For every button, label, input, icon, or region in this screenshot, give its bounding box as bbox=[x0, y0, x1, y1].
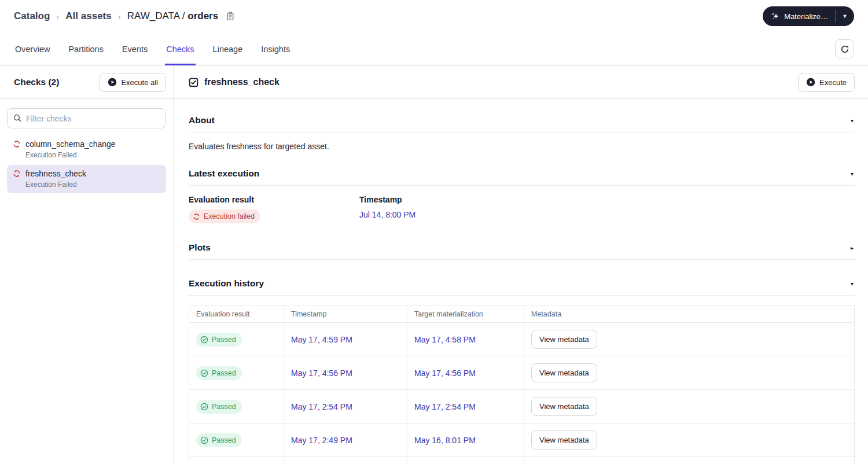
breadcrumb-chevron-icon bbox=[56, 12, 59, 21]
chevron-down-icon[interactable] bbox=[849, 279, 855, 288]
passed-badge: Passed bbox=[196, 433, 242, 447]
plots-section: Plots bbox=[189, 242, 855, 260]
timestamp-link[interactable]: May 17, 4:56 PM bbox=[291, 369, 352, 378]
tab-bar: OverviewPartitionsEventsChecksLineageIns… bbox=[0, 32, 868, 66]
check-circle-icon bbox=[200, 436, 208, 444]
execution-history-row: Passed May 17, 2:49 PM May 16, 8:01 PM V… bbox=[189, 424, 855, 457]
check-name: column_schema_change bbox=[25, 139, 116, 149]
materialize-dropdown-button[interactable] bbox=[836, 6, 854, 26]
filter-checks-wrap bbox=[7, 108, 166, 128]
refresh-button[interactable] bbox=[835, 39, 854, 58]
failed-refresh-icon bbox=[13, 170, 21, 178]
breadcrumb-catalog-link[interactable]: Catalog bbox=[14, 10, 50, 22]
target-materialization-link[interactable]: May 17, 4:56 PM bbox=[414, 369, 476, 378]
sidebar-check-item[interactable]: column_schema_change Execution Failed bbox=[7, 135, 166, 164]
top-header: Catalog All assets RAW_DATA / orders Mat… bbox=[0, 0, 868, 32]
execute-all-button[interactable]: Execute all bbox=[100, 73, 166, 92]
check-status: Execution Failed bbox=[25, 181, 160, 189]
breadcrumb-all-assets-link[interactable]: All assets bbox=[65, 10, 111, 22]
asset-name-label: orders bbox=[187, 10, 218, 21]
tab[interactable]: Events bbox=[121, 32, 149, 65]
materialize-split-button: Materialize… bbox=[763, 6, 854, 26]
passed-badge: Passed bbox=[196, 400, 242, 414]
copy-asset-name-icon[interactable] bbox=[226, 12, 235, 21]
sparkle-icon bbox=[771, 12, 780, 21]
plots-section-header[interactable]: Plots bbox=[189, 242, 855, 253]
sidebar-check-item[interactable]: freshness_check Execution Failed bbox=[7, 165, 166, 193]
check-detail-content: About Evaluates freshness for targeted a… bbox=[174, 99, 868, 464]
view-metadata-button[interactable]: View metadata bbox=[531, 397, 597, 416]
search-icon bbox=[13, 113, 22, 123]
latest-execution-section: Latest execution Evaluation result bbox=[189, 168, 855, 223]
check-detail-panel: freshness_check Execute About bbox=[174, 66, 868, 464]
tab[interactable]: Checks bbox=[165, 32, 195, 65]
materialize-label: Materialize… bbox=[784, 12, 828, 21]
checks-list: column_schema_change Execution Failed fr… bbox=[7, 135, 166, 194]
check-status: Execution Failed bbox=[25, 151, 160, 159]
section-divider bbox=[189, 132, 855, 132]
target-materialization-link[interactable]: May 17, 2:54 PM bbox=[414, 402, 476, 411]
about-section: About Evaluates freshness for targeted a… bbox=[189, 115, 855, 151]
latest-execution-heading: Latest execution bbox=[189, 168, 259, 179]
column-header-target-materialization: Target materialization bbox=[407, 305, 524, 323]
check-title-wrap: freshness_check bbox=[189, 77, 279, 87]
latest-execution-section-header[interactable]: Latest execution bbox=[189, 168, 855, 179]
execution-history-row-partial bbox=[189, 457, 855, 464]
section-divider bbox=[189, 259, 855, 260]
passed-badge: Passed bbox=[196, 366, 242, 380]
check-circle-icon bbox=[200, 369, 208, 377]
play-circle-icon bbox=[806, 78, 815, 87]
execute-button[interactable]: Execute bbox=[798, 73, 855, 92]
timestamp-field: Timestamp Jul 14, 8:00 PM bbox=[359, 195, 415, 223]
breadcrumb: Catalog All assets RAW_DATA / orders bbox=[14, 10, 235, 22]
view-metadata-button[interactable]: View metadata bbox=[531, 363, 597, 382]
execution-history-row: Passed May 17, 4:56 PM May 17, 4:56 PM V… bbox=[189, 356, 855, 390]
execution-history-section-header[interactable]: Execution history bbox=[189, 278, 855, 289]
execution-history-section: Execution history Evaluation result Time… bbox=[189, 278, 855, 464]
chevron-down-icon[interactable] bbox=[849, 170, 855, 178]
target-materialization-link[interactable]: May 16, 8:01 PM bbox=[414, 436, 476, 445]
evaluation-result-field: Evaluation result Execution failed bbox=[189, 195, 359, 223]
asset-group-label: RAW_DATA bbox=[127, 10, 179, 21]
asset-key-separator: / bbox=[179, 10, 187, 21]
chevron-down-icon[interactable] bbox=[849, 116, 855, 125]
passed-badge: Passed bbox=[196, 333, 242, 347]
about-heading: About bbox=[189, 115, 215, 126]
chevron-right-icon[interactable] bbox=[849, 244, 855, 252]
check-circle-icon bbox=[200, 336, 208, 344]
target-materialization-link[interactable]: May 17, 4:58 PM bbox=[414, 335, 476, 344]
timestamp-link[interactable]: May 17, 2:49 PM bbox=[291, 436, 352, 445]
failed-refresh-icon bbox=[13, 140, 21, 148]
checks-sidebar: Checks (2) Execute all column_schema_ bbox=[0, 66, 174, 464]
column-header-evaluation-result: Evaluation result bbox=[189, 305, 284, 323]
filter-checks-input[interactable] bbox=[7, 108, 166, 128]
materialize-button[interactable]: Materialize… bbox=[763, 6, 835, 26]
timestamp-link[interactable]: May 17, 4:59 PM bbox=[291, 335, 352, 344]
checkbox-checked-icon bbox=[189, 78, 198, 87]
about-section-header[interactable]: About bbox=[189, 115, 855, 126]
execution-history-row: Passed May 17, 4:59 PM May 17, 4:58 PM V… bbox=[189, 323, 855, 356]
execute-label: Execute bbox=[819, 78, 847, 87]
sidebar-header: Checks (2) Execute all bbox=[0, 66, 173, 99]
tab[interactable]: Lineage bbox=[212, 32, 244, 65]
timestamp-link[interactable]: May 17, 2:54 PM bbox=[291, 402, 352, 411]
tab[interactable]: Overview bbox=[14, 32, 51, 65]
tab[interactable]: Insights bbox=[260, 32, 291, 65]
section-divider bbox=[189, 185, 855, 186]
latest-timestamp-link[interactable]: Jul 14, 8:00 PM bbox=[359, 210, 415, 219]
play-circle-icon bbox=[108, 78, 117, 87]
timestamp-label: Timestamp bbox=[359, 195, 415, 204]
refresh-icon bbox=[840, 45, 849, 54]
asset-tabs: OverviewPartitionsEventsChecksLineageIns… bbox=[14, 32, 291, 65]
column-header-timestamp: Timestamp bbox=[284, 305, 407, 323]
check-circle-icon bbox=[200, 403, 208, 411]
view-metadata-button[interactable]: View metadata bbox=[531, 430, 597, 450]
view-metadata-button[interactable]: View metadata bbox=[531, 330, 597, 349]
plots-heading: Plots bbox=[189, 242, 211, 253]
checks-count-title: Checks (2) bbox=[14, 77, 59, 87]
breadcrumb-asset-key[interactable]: RAW_DATA / orders bbox=[127, 10, 218, 22]
execution-history-table: Evaluation result Timestamp Target mater… bbox=[189, 305, 855, 464]
about-description: Evaluates freshness for targeted asset. bbox=[189, 142, 855, 151]
tab[interactable]: Partitions bbox=[67, 32, 104, 65]
execution-history-heading: Execution history bbox=[189, 278, 264, 289]
